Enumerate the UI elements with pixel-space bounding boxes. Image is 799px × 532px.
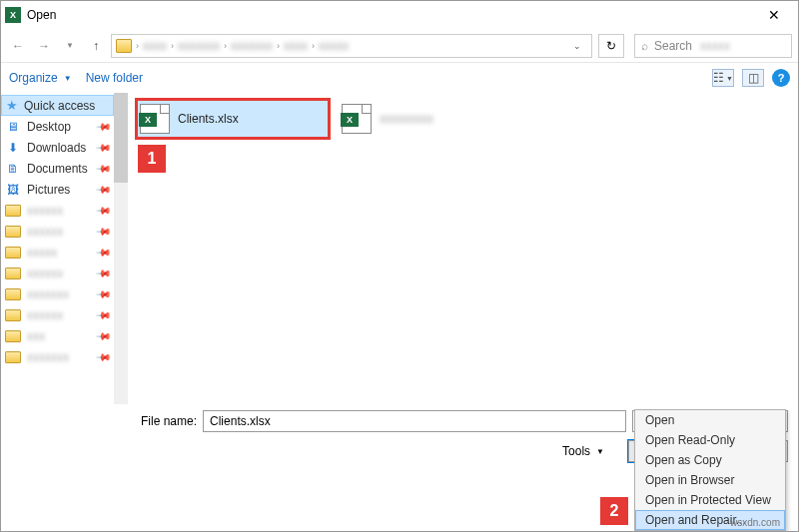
dropdown-item-open-readonly[interactable]: Open Read-Only bbox=[635, 430, 785, 450]
chevron-right-icon: › bbox=[136, 41, 139, 51]
toolbar: Organize ▼ New folder ☷ ▼ ◫ ? bbox=[1, 63, 798, 93]
filename-input[interactable] bbox=[203, 410, 626, 432]
sidebar-item-label: Desktop bbox=[27, 120, 71, 134]
nav-bar: ← → ▼ ↑ › xxxx › xxxxxxx › xxxxxxx › xxx… bbox=[1, 29, 798, 63]
sidebar-item[interactable]: xxxxxx📌 bbox=[1, 263, 114, 283]
search-input[interactable]: ⌕ Search xxxxx bbox=[634, 34, 792, 58]
new-folder-button[interactable]: New folder bbox=[86, 71, 143, 85]
up-button[interactable]: ↑ bbox=[85, 35, 107, 57]
chevron-right-icon: › bbox=[312, 41, 315, 51]
sidebar-item-label: xxxxxx bbox=[27, 225, 63, 239]
sidebar-item-label: xxxxxx bbox=[27, 204, 63, 218]
sidebar-scrollbar[interactable] bbox=[114, 93, 128, 404]
address-dropdown-icon[interactable]: ⌄ bbox=[567, 41, 587, 51]
dropdown-item-open-protected[interactable]: Open in Protected View bbox=[635, 490, 785, 510]
sidebar-item[interactable]: xxxxxxx📌 bbox=[1, 283, 114, 304]
excel-file-icon: X bbox=[140, 104, 170, 134]
dropdown-item-open[interactable]: Open bbox=[635, 410, 785, 430]
pin-icon: 📌 bbox=[96, 118, 112, 134]
downloads-icon: ⬇ bbox=[5, 141, 21, 155]
help-icon[interactable]: ? bbox=[772, 69, 790, 87]
sidebar-item-downloads[interactable]: ⬇ Downloads 📌 bbox=[1, 137, 114, 158]
preview-pane-icon[interactable]: ◫ bbox=[742, 69, 764, 87]
pin-icon: 📌 bbox=[96, 202, 112, 218]
history-dropdown-icon[interactable]: ▼ bbox=[59, 35, 81, 57]
annotation-badge-1: 1 bbox=[138, 145, 166, 173]
organize-label: Organize bbox=[9, 71, 58, 85]
folder-icon bbox=[5, 247, 21, 259]
file-list: X Clients.xlsx X xxxxxxxxx 1 bbox=[128, 93, 798, 404]
pin-icon: 📌 bbox=[96, 285, 112, 301]
sidebar-item[interactable]: xxxxxx📌 bbox=[1, 304, 114, 325]
breadcrumb[interactable]: xxxxxxx bbox=[231, 39, 273, 53]
back-button[interactable]: ← bbox=[7, 35, 29, 57]
sidebar-item-label: xxxxx bbox=[27, 246, 57, 260]
sidebar-item[interactable]: xxxxxxx📌 bbox=[1, 346, 114, 367]
pin-icon: 📌 bbox=[96, 306, 112, 322]
search-icon: ⌕ bbox=[641, 39, 648, 53]
excel-file-icon: X bbox=[342, 104, 372, 134]
breadcrumb[interactable]: xxxxxxx bbox=[178, 39, 220, 53]
pin-icon: 📌 bbox=[96, 348, 112, 364]
view-icon[interactable]: ☷ ▼ bbox=[712, 69, 734, 87]
title-bar: X Open ✕ bbox=[1, 1, 798, 29]
organize-menu[interactable]: Organize ▼ bbox=[9, 71, 72, 85]
chevron-down-icon: ▼ bbox=[64, 74, 72, 83]
search-scope: xxxxx bbox=[700, 39, 730, 53]
file-item[interactable]: X xxxxxxxxx bbox=[340, 101, 529, 137]
breadcrumb[interactable]: xxxx bbox=[284, 39, 308, 53]
breadcrumb[interactable]: xxxxx bbox=[319, 39, 349, 53]
sidebar-quick-access[interactable]: ★ Quick access bbox=[1, 95, 114, 116]
sidebar-item-label: Quick access bbox=[24, 99, 95, 113]
address-bar[interactable]: › xxxx › xxxxxxx › xxxxxxx › xxxx › xxxx… bbox=[111, 34, 592, 58]
file-name: Clients.xlsx bbox=[178, 112, 239, 126]
dropdown-item-open-browser[interactable]: Open in Browser bbox=[635, 470, 785, 490]
pin-icon: 📌 bbox=[96, 223, 112, 239]
dropdown-item-open-copy[interactable]: Open as Copy bbox=[635, 450, 785, 470]
body: ★ Quick access 🖥 Desktop 📌 ⬇ Downloads 📌… bbox=[1, 93, 798, 404]
sidebar-item[interactable]: xxxxx📌 bbox=[1, 242, 114, 263]
annotation-badge-2: 2 bbox=[600, 497, 628, 525]
sidebar-item-label: xxxxxx bbox=[27, 308, 63, 322]
forward-button[interactable]: → bbox=[33, 35, 55, 57]
sidebar-item-label: xxxxxxx bbox=[27, 350, 69, 364]
open-dropdown-menu: Open Open Read-Only Open as Copy Open in… bbox=[634, 409, 786, 531]
scrollbar-thumb[interactable] bbox=[114, 93, 128, 183]
sidebar-item-pictures[interactable]: 🖼 Pictures 📌 bbox=[1, 179, 114, 200]
sidebar-item-desktop[interactable]: 🖥 Desktop 📌 bbox=[1, 116, 114, 137]
close-button[interactable]: ✕ bbox=[754, 1, 794, 29]
excel-icon: X bbox=[5, 7, 21, 23]
star-icon: ★ bbox=[6, 98, 18, 113]
folder-icon bbox=[5, 309, 21, 321]
folder-icon bbox=[5, 205, 21, 217]
refresh-button[interactable]: ↻ bbox=[598, 34, 624, 58]
sidebar: ★ Quick access 🖥 Desktop 📌 ⬇ Downloads 📌… bbox=[1, 93, 114, 404]
pin-icon: 📌 bbox=[96, 327, 112, 343]
folder-icon bbox=[5, 226, 21, 238]
window-title: Open bbox=[27, 8, 754, 22]
sidebar-item-label: xxxxxxx bbox=[27, 287, 69, 301]
tools-label: Tools bbox=[562, 444, 590, 458]
chevron-down-icon: ▼ bbox=[596, 447, 604, 456]
sidebar-item[interactable]: xxxxxx📌 bbox=[1, 221, 114, 242]
sidebar-item-documents[interactable]: 🗎 Documents 📌 bbox=[1, 158, 114, 179]
pin-icon: 📌 bbox=[96, 160, 112, 176]
documents-icon: 🗎 bbox=[5, 162, 21, 176]
watermark: wsxdn.com bbox=[730, 517, 780, 528]
sidebar-item[interactable]: xxxxxx📌 bbox=[1, 200, 114, 221]
folder-icon bbox=[5, 288, 21, 300]
file-item-clients[interactable]: X Clients.xlsx bbox=[138, 101, 328, 137]
pin-icon: 📌 bbox=[96, 181, 112, 197]
sidebar-item-label: Pictures bbox=[27, 183, 70, 197]
tools-menu[interactable]: Tools ▼ bbox=[562, 444, 604, 458]
chevron-right-icon: › bbox=[171, 41, 174, 51]
filename-label: File name: bbox=[141, 414, 197, 428]
file-name: xxxxxxxxx bbox=[380, 112, 433, 126]
chevron-right-icon: › bbox=[277, 41, 280, 51]
breadcrumb[interactable]: xxxx bbox=[143, 39, 167, 53]
chevron-right-icon: › bbox=[224, 41, 227, 51]
sidebar-item[interactable]: xxx📌 bbox=[1, 325, 114, 346]
desktop-icon: 🖥 bbox=[5, 120, 21, 134]
folder-icon bbox=[5, 330, 21, 342]
pin-icon: 📌 bbox=[96, 265, 112, 280]
